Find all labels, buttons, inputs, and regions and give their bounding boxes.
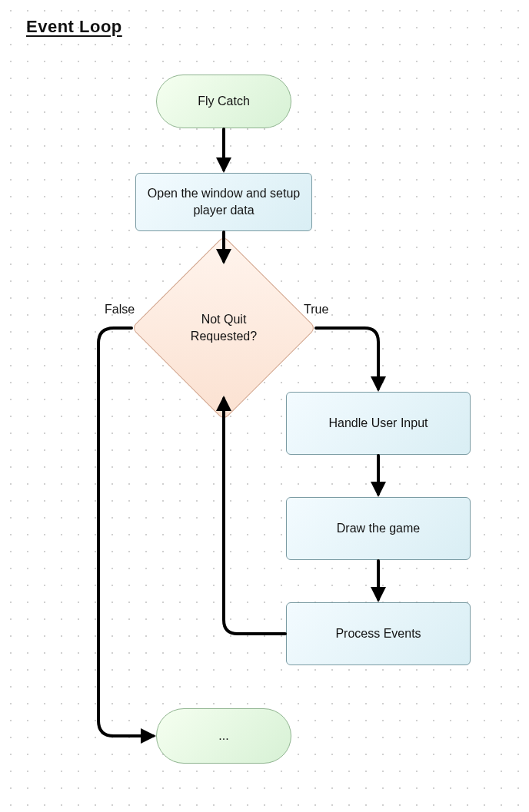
flowchart-canvas: Event Loop Fly Catch Open the window and… xyxy=(0,0,529,812)
node-handle-input: Handle User Input xyxy=(286,392,471,455)
node-decision: Not Quit Requested? xyxy=(158,263,289,393)
edge-label-true: True xyxy=(304,303,328,317)
node-setup: Open the window and setup player data xyxy=(135,173,312,231)
node-decision-label: Not Quit Requested? xyxy=(177,311,271,344)
node-start: Fly Catch xyxy=(156,75,291,128)
node-end: ... xyxy=(156,708,291,764)
node-setup-label: Open the window and setup player data xyxy=(145,185,302,218)
edge-label-false: False xyxy=(105,303,135,317)
node-process-label: Process Events xyxy=(335,625,421,642)
diagram-title: Event Loop xyxy=(26,17,122,37)
node-handle-input-label: Handle User Input xyxy=(329,415,428,432)
edge-false-to-end xyxy=(98,328,153,736)
node-process: Process Events xyxy=(286,602,471,665)
node-draw-label: Draw the game xyxy=(337,520,421,537)
node-end-label: ... xyxy=(218,727,228,744)
edge-true-to-handle-input xyxy=(316,328,378,389)
node-start-label: Fly Catch xyxy=(198,93,250,110)
edge-process-to-decision xyxy=(224,399,285,634)
node-draw: Draw the game xyxy=(286,497,471,560)
